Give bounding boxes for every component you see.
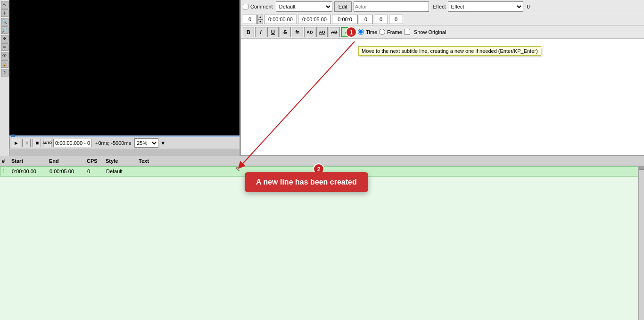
toolbar-icon-zoom-out[interactable]: 🔎 bbox=[1, 26, 8, 34]
line-number-spinner[interactable]: ▲ ▼ bbox=[257, 15, 263, 24]
extra-field-3[interactable] bbox=[389, 15, 403, 24]
edit-button[interactable]: Edit bbox=[334, 1, 352, 12]
toolbar-icon-question[interactable]: ? bbox=[1, 69, 8, 76]
comment-label: Comment bbox=[250, 4, 273, 9]
toolbar-icon-arrow[interactable]: ↖ bbox=[1, 1, 8, 8]
bold-button[interactable]: B bbox=[243, 27, 254, 37]
list-header: # Start End CPS Style Text bbox=[0, 156, 644, 166]
spin-up[interactable]: ▲ bbox=[257, 15, 263, 19]
time-frame-radio-group: Time Frame Show Original bbox=[358, 29, 446, 35]
col-header-num: # bbox=[2, 158, 11, 164]
format-bar: B I U S fn AB AB AB ✓ Time Frame Show Or… bbox=[241, 25, 644, 39]
offset-display: +0ms; -5000ms bbox=[94, 140, 132, 146]
comment-checkbox[interactable] bbox=[243, 4, 248, 9]
time-bar: ▲ ▼ bbox=[241, 13, 644, 25]
row-cps: 0 bbox=[87, 168, 106, 174]
toolbar-icon-eye[interactable]: 👁 bbox=[1, 52, 8, 59]
uppercase-button-3[interactable]: AB bbox=[329, 27, 340, 37]
strikethrough-button[interactable]: S bbox=[280, 27, 291, 37]
line-number-field[interactable] bbox=[243, 15, 257, 24]
actor-input[interactable] bbox=[354, 1, 429, 12]
col-header-end: End bbox=[49, 158, 87, 164]
underline-button[interactable]: U bbox=[267, 27, 279, 37]
start-time-field[interactable] bbox=[264, 15, 297, 24]
show-original-checkbox[interactable] bbox=[404, 29, 410, 35]
tooltip: Move to the next subtitle line, creating… bbox=[358, 46, 541, 56]
radio-time[interactable] bbox=[358, 29, 364, 35]
col-header-text: Text bbox=[139, 158, 642, 164]
zoom-select[interactable]: 25% 10% 50% 100% bbox=[134, 138, 158, 148]
italic-button[interactable]: I bbox=[255, 27, 266, 37]
video-controls-bar: ▶ ⏸ ⏹ AUTO 0:00:00.000 - 0 +0ms; -5000ms… bbox=[9, 137, 240, 149]
show-original-label: Show Original bbox=[414, 29, 446, 35]
row-num: 1 bbox=[2, 168, 12, 174]
col-header-cps: CPS bbox=[87, 158, 106, 164]
toolbar-icon-lock[interactable]: 🔒 bbox=[1, 60, 8, 68]
subtitle-top-bar: Comment Default Edit Effect Effect 0 bbox=[241, 0, 644, 13]
toolbar-icon-zoom-in[interactable]: 🔍 bbox=[1, 18, 8, 25]
row-end: 0:00:05.00 bbox=[50, 168, 87, 174]
end-time-field[interactable] bbox=[298, 15, 331, 24]
radio-frame[interactable] bbox=[379, 29, 385, 35]
right-panel: Comment Default Edit Effect Effect 0 ▲ ▼… bbox=[240, 0, 644, 156]
toolbar-icon-crosshair[interactable]: ✛ bbox=[1, 9, 8, 17]
spin-down[interactable]: ▼ bbox=[257, 19, 263, 24]
video-preview bbox=[9, 0, 240, 137]
extra-field-2[interactable] bbox=[374, 15, 388, 24]
effect-number: 0 bbox=[527, 4, 541, 9]
extra-field-1[interactable] bbox=[359, 15, 373, 24]
vertical-scrollbar[interactable] bbox=[638, 156, 644, 320]
time-display: 0:00:00.000 - 0 bbox=[53, 139, 92, 147]
commit-next-button[interactable]: ✓ bbox=[341, 27, 353, 37]
function-button[interactable]: fn bbox=[292, 27, 303, 37]
pause-button[interactable]: ⏸ bbox=[22, 139, 31, 147]
row-start: 0:00:00.00 bbox=[12, 168, 50, 174]
row-style: Default bbox=[106, 168, 139, 174]
radio-frame-label: Frame bbox=[387, 29, 402, 35]
zoom-dropdown-arrow[interactable]: ▼ bbox=[160, 140, 165, 146]
toolbar-icon-move[interactable]: ✥ bbox=[1, 35, 8, 42]
duration-field[interactable] bbox=[332, 15, 358, 24]
effect-label: Effect bbox=[433, 4, 446, 9]
uppercase-button-2[interactable]: AB bbox=[316, 27, 328, 37]
subtitle-textarea[interactable] bbox=[241, 39, 644, 155]
col-header-style: Style bbox=[106, 158, 139, 164]
stop-button[interactable]: ⏹ bbox=[33, 139, 41, 147]
subtitle-text-area-container bbox=[241, 39, 644, 155]
play-button[interactable]: ▶ bbox=[12, 139, 20, 147]
radio-time-label: Time bbox=[366, 29, 377, 35]
toolbar-icon-pencil[interactable]: ✏ bbox=[1, 43, 8, 51]
notification-popup: A new line has been created bbox=[245, 172, 368, 192]
uppercase-button-1[interactable]: AB bbox=[304, 27, 315, 37]
auto-button[interactable]: AUTO bbox=[43, 139, 51, 147]
col-header-start: Start bbox=[11, 158, 49, 164]
effect-select[interactable]: Effect bbox=[448, 1, 523, 12]
style-select[interactable]: Default bbox=[276, 1, 332, 12]
